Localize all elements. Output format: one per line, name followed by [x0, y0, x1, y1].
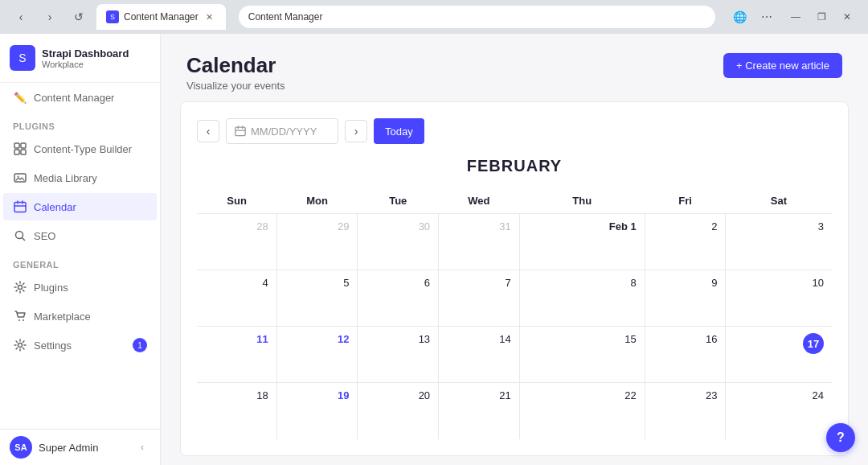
- day-header-thu: Thu: [519, 188, 645, 214]
- brand-name: Strapi Dashboard: [42, 47, 129, 60]
- create-new-article-button[interactable]: + Create new article: [723, 53, 842, 78]
- page-title: Calendar: [186, 53, 285, 78]
- sidebar-brand[interactable]: S Strapi Dashboard Workplace: [0, 34, 160, 83]
- sidebar-collapse-button[interactable]: ‹: [134, 439, 150, 455]
- calendar-day-cell[interactable]: 14: [439, 327, 520, 383]
- sidebar-item-settings[interactable]: Settings 1: [3, 331, 157, 359]
- sidebar-label-content-type-builder: Content-Type Builder: [34, 143, 132, 155]
- calendar-day-cell[interactable]: 13: [358, 327, 439, 383]
- calendar-day-cell[interactable]: 19: [276, 383, 358, 439]
- calendar-grid: Sun Mon Tue Wed Thu Fri Sat 28293031Feb …: [197, 188, 832, 439]
- calendar-day-cell[interactable]: 11: [197, 327, 276, 383]
- plugins-section-label: PLUGINS: [0, 112, 160, 134]
- day-header-sat: Sat: [726, 188, 832, 214]
- calendar-day-cell[interactable]: 8: [519, 270, 645, 327]
- calendar-day-cell[interactable]: 17: [726, 327, 832, 383]
- browser-actions: 🌐 ⋯: [728, 6, 778, 28]
- reload-button[interactable]: ↺: [68, 6, 90, 28]
- today-button[interactable]: Today: [374, 118, 424, 144]
- general-section-label: GENERAL: [0, 250, 160, 273]
- sidebar-item-media-library[interactable]: Media Library: [3, 164, 157, 191]
- calendar-day-cell[interactable]: 6: [358, 270, 439, 327]
- page-title-area: Calendar Visualize your events: [186, 53, 285, 92]
- calendar-prev-button[interactable]: ‹: [197, 120, 219, 142]
- calendar-icon: [13, 200, 27, 214]
- calendar-day-cell[interactable]: 21: [439, 383, 520, 439]
- calendar-day-cell[interactable]: 9: [645, 270, 726, 327]
- calendar-day-cell[interactable]: 28: [197, 214, 276, 270]
- minimize-button[interactable]: —: [784, 6, 807, 28]
- close-window-button[interactable]: ✕: [836, 6, 858, 28]
- date-placeholder: MM/DD/YYYY: [251, 126, 317, 138]
- sidebar-label-media-library: Media Library: [34, 172, 97, 184]
- calendar-week-row: 18192021222324: [197, 383, 832, 439]
- day-header-tue: Tue: [358, 188, 439, 214]
- calendar-next-button[interactable]: ›: [345, 120, 367, 142]
- media-library-icon: [13, 171, 27, 185]
- forward-button[interactable]: ›: [39, 6, 61, 28]
- sidebar-label-plugins: Plugins: [34, 282, 68, 294]
- calendar-day-cell[interactable]: 31: [439, 214, 520, 270]
- tab-favicon: S: [106, 10, 119, 23]
- main-header: Calendar Visualize your events + Create …: [161, 34, 868, 101]
- sidebar-user[interactable]: SA Super Admin ‹: [0, 429, 160, 465]
- calendar-day-cell[interactable]: Feb 1: [519, 214, 645, 270]
- svg-rect-0: [14, 143, 19, 148]
- content-type-builder-icon: [13, 142, 27, 156]
- main-content: Calendar Visualize your events + Create …: [161, 34, 868, 465]
- sidebar-item-plugins[interactable]: Plugins: [3, 274, 157, 301]
- browser-chrome: ‹ › ↺ S Content Manager ✕ Content Manage…: [0, 0, 868, 34]
- date-nav: ‹ MM/DD/YYYY › Today: [197, 118, 832, 144]
- calendar-day-cell[interactable]: 12: [276, 327, 358, 383]
- sidebar-item-content-type-builder[interactable]: Content-Type Builder: [3, 135, 157, 163]
- settings-badge: 1: [133, 338, 147, 352]
- sidebar-label-settings: Settings: [34, 339, 72, 352]
- calendar-body: 28293031Feb 1234567891011121314151617181…: [197, 214, 832, 439]
- sidebar-item-calendar[interactable]: Calendar: [3, 193, 157, 220]
- svg-rect-2: [14, 150, 19, 154]
- calendar-day-cell[interactable]: 20: [358, 383, 439, 439]
- globe-button[interactable]: 🌐: [728, 6, 751, 28]
- svg-point-10: [23, 319, 24, 321]
- address-bar[interactable]: Content Manager: [239, 6, 715, 28]
- calendar-day-cell[interactable]: 24: [726, 383, 832, 439]
- date-input[interactable]: MM/DD/YYYY: [226, 118, 338, 144]
- browser-tab[interactable]: S Content Manager ✕: [96, 4, 226, 30]
- calendar-day-cell[interactable]: 15: [519, 327, 645, 383]
- calendar-day-cell[interactable]: 16: [645, 327, 726, 383]
- window-controls: — ❐ ✕: [784, 6, 858, 28]
- day-header-fri: Fri: [645, 188, 726, 214]
- calendar-month-title: FEBRUARY: [197, 157, 832, 175]
- app: S Strapi Dashboard Workplace ✏️ Content …: [0, 34, 868, 465]
- tab-close-button[interactable]: ✕: [203, 10, 216, 23]
- svg-rect-12: [235, 127, 245, 136]
- sidebar-item-content-manager[interactable]: ✏️ Content Manager: [3, 84, 157, 111]
- calendar-week-row: 11121314151617: [197, 327, 832, 383]
- svg-point-9: [18, 319, 20, 321]
- calendar-day-cell[interactable]: 18: [197, 383, 276, 439]
- calendar-container: ‹ MM/DD/YYYY › Today FEBRUARY Sun Mon Tu…: [180, 101, 849, 456]
- calendar-day-cell[interactable]: 10: [726, 270, 832, 327]
- calendar-day-cell[interactable]: 5: [276, 270, 358, 327]
- calendar-day-cell[interactable]: 7: [439, 270, 520, 327]
- sidebar-item-seo[interactable]: SEO: [3, 222, 157, 249]
- day-header-sun: Sun: [197, 188, 276, 214]
- user-name: Super Admin: [39, 442, 128, 454]
- calendar-day-cell[interactable]: 4: [197, 270, 276, 327]
- help-button[interactable]: ?: [826, 423, 855, 452]
- sidebar-item-marketplace[interactable]: Marketplace: [3, 302, 157, 330]
- calendar-day-cell[interactable]: 22: [519, 383, 645, 439]
- maximize-button[interactable]: ❐: [810, 6, 833, 28]
- back-button[interactable]: ‹: [10, 6, 32, 28]
- day-header-mon: Mon: [276, 188, 358, 214]
- calendar-day-cell[interactable]: 3: [726, 214, 832, 270]
- calendar-day-cell[interactable]: 2: [645, 214, 726, 270]
- calendar-header-row: Sun Mon Tue Wed Thu Fri Sat: [197, 188, 832, 214]
- svg-point-11: [18, 344, 23, 348]
- sidebar-label-seo: SEO: [34, 230, 55, 242]
- calendar-day-cell[interactable]: 23: [645, 383, 726, 439]
- calendar-day-cell[interactable]: 29: [276, 214, 358, 270]
- address-text: Content Manager: [248, 11, 323, 23]
- calendar-day-cell[interactable]: 30: [358, 214, 439, 270]
- menu-button[interactable]: ⋯: [755, 6, 778, 28]
